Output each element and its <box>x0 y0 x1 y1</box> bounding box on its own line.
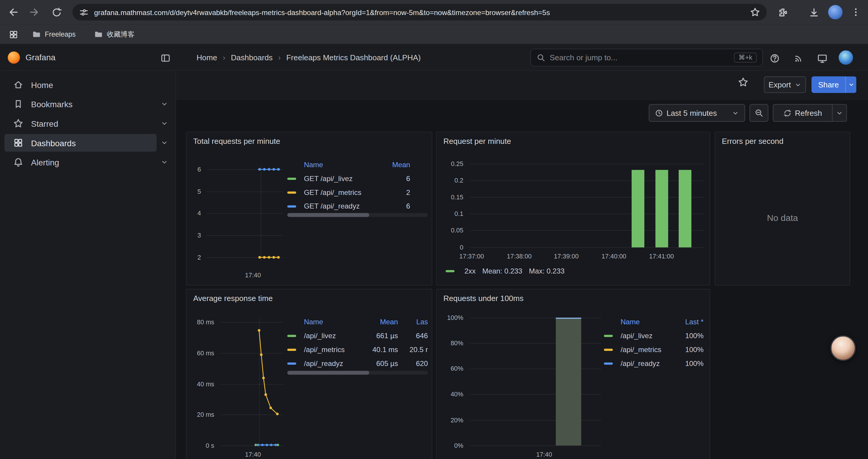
browser-menu-icon[interactable] <box>849 6 862 19</box>
legend-scrollbar[interactable] <box>287 213 428 217</box>
favorite-dashboard-star-icon[interactable] <box>736 75 749 89</box>
series-swatch <box>287 205 296 207</box>
bookmark-label: 收藏博客 <box>107 30 135 39</box>
bar-2xx[interactable] <box>679 170 691 247</box>
back-icon[interactable] <box>6 6 20 19</box>
sidebar-item-alerting[interactable]: Alerting <box>4 153 157 171</box>
url-bar[interactable]: grafana.mathmast.com/d/deytv4rwavabkb/fr… <box>72 4 767 21</box>
legend-scrollbar[interactable] <box>287 371 428 374</box>
browser-profile-avatar[interactable] <box>828 5 843 20</box>
panel-avg-response-time: Average response time 80 ms 60 ms 40 ms … <box>186 289 433 459</box>
share-button[interactable]: Share <box>812 76 845 93</box>
series-name[interactable]: GET /api/_livez <box>304 174 377 183</box>
legend-row[interactable]: GET /api/_livez 6 <box>287 172 410 186</box>
series-name[interactable]: /api/_livez <box>304 331 362 340</box>
legend-col-mean[interactable]: Mean <box>366 318 398 326</box>
chevron-down-icon[interactable] <box>157 158 172 166</box>
legend-col-last[interactable]: Last * <box>675 318 704 326</box>
reload-icon[interactable] <box>50 6 63 19</box>
chevron-down-icon[interactable] <box>157 120 172 127</box>
search-box[interactable]: ⌘+k <box>530 49 763 66</box>
y-tick: 20 ms <box>192 411 214 418</box>
series-name[interactable]: GET /api/_readyz <box>304 202 377 210</box>
forward-icon[interactable] <box>28 6 41 19</box>
y-tick: 0% <box>443 441 463 449</box>
legend-row[interactable]: GET /api/_readyz 6 <box>287 199 410 213</box>
bar-2xx[interactable] <box>632 170 644 247</box>
sidebar-item-label: Home <box>31 80 53 90</box>
export-button[interactable]: Export <box>764 76 806 93</box>
grafana-logo[interactable] <box>8 52 20 64</box>
series-mean: 40.1 ms <box>366 345 398 354</box>
panel-errors-per-second: Errors per second No data <box>715 132 850 286</box>
timeseries-plot <box>207 163 284 263</box>
sidebar-item-bookmarks[interactable]: Bookmarks <box>4 95 157 113</box>
series-name[interactable]: /api/_metrics <box>620 345 670 354</box>
panel-title[interactable]: Total requests per minute <box>193 137 280 145</box>
legend: 2xx Mean: 0.233 Max: 0.233 <box>445 267 565 275</box>
legend-col-last[interactable]: Las <box>402 318 428 326</box>
series-swatch <box>287 362 296 364</box>
series-name[interactable]: /api/_livez <box>620 331 670 340</box>
chevron-down-icon[interactable] <box>157 100 172 108</box>
panel-title[interactable]: Requests under 100ms <box>443 294 524 303</box>
share-menu-chevron[interactable] <box>845 76 857 93</box>
legend-col-name[interactable]: Name <box>304 160 377 169</box>
sidebar-item-home[interactable]: Home <box>4 76 157 94</box>
apps-grid-icon[interactable] <box>6 28 20 41</box>
folder-icon <box>32 30 41 39</box>
url-text[interactable]: grafana.mathmast.com/d/deytv4rwavabkb/fr… <box>94 8 750 16</box>
bookmark-folder-freeleaps[interactable]: Freeleaps <box>32 28 75 40</box>
legend-col-name[interactable]: Name <box>304 318 362 326</box>
panel-title[interactable]: Request per minute <box>443 137 511 145</box>
series-name[interactable]: /api/_readyz <box>620 359 670 367</box>
scrollbar-thumb[interactable] <box>287 213 369 217</box>
y-tick: 0.15 <box>445 193 464 201</box>
series-name[interactable]: /api/_readyz <box>304 359 362 367</box>
series-name[interactable]: /api/_metrics <box>304 345 362 354</box>
news-rss-icon[interactable] <box>793 52 805 64</box>
legend-row[interactable]: /api/_metrics 100% <box>604 342 704 357</box>
search-input[interactable] <box>550 53 730 62</box>
legend-col-name[interactable]: Name <box>620 318 670 326</box>
series-name[interactable]: GET /api/_metrics <box>304 188 377 196</box>
y-tick: 4 <box>190 209 201 217</box>
chevron-down-icon <box>794 81 801 88</box>
breadcrumb-dashboards[interactable]: Dashboards <box>231 53 272 62</box>
panel-title[interactable]: Errors per second <box>722 137 783 145</box>
legend-row[interactable]: GET /api/_metrics 2 <box>287 186 410 199</box>
legend-row[interactable]: /api/_livez 661 µs 646 <box>287 329 428 342</box>
zoom-out-time-button[interactable] <box>749 104 769 122</box>
site-settings-icon[interactable] <box>79 7 89 17</box>
refresh-interval-chevron[interactable] <box>833 104 847 122</box>
clock-icon <box>655 109 663 117</box>
extensions-icon[interactable] <box>776 6 789 19</box>
breadcrumb-home[interactable]: Home <box>196 53 217 62</box>
bookmark-folder-blogs[interactable]: 收藏博客 <box>94 28 135 40</box>
scrollbar-thumb[interactable] <box>287 371 369 374</box>
mega-menu-toggle-icon[interactable] <box>159 52 172 64</box>
series-name[interactable]: 2xx <box>464 267 476 275</box>
legend-row[interactable]: /api/_readyz 605 µs 620 <box>287 357 428 370</box>
chevron-down-icon[interactable] <box>157 139 172 146</box>
kiosk-monitor-icon[interactable] <box>816 52 828 64</box>
time-range-label: Last 5 minutes <box>666 108 717 117</box>
sidebar-item-starred[interactable]: Starred <box>4 114 157 132</box>
downloads-icon[interactable] <box>807 6 820 19</box>
user-avatar[interactable] <box>839 51 853 65</box>
floating-assistant-avatar[interactable] <box>831 335 856 361</box>
refresh-button[interactable]: Refresh <box>773 104 833 122</box>
panel-title[interactable]: Average response time <box>193 294 273 303</box>
sidebar-item-dashboards[interactable]: Dashboards <box>4 134 157 152</box>
chevron-down-icon <box>732 109 739 117</box>
legend-col-mean[interactable]: Mean <box>381 160 410 169</box>
legend-row[interactable]: /api/_readyz 100% <box>604 357 704 370</box>
time-range-picker[interactable]: Last 5 minutes <box>649 104 745 122</box>
browser-toolbar: grafana.mathmast.com/d/deytv4rwavabkb/fr… <box>0 0 868 24</box>
bar-100pct[interactable] <box>556 318 581 446</box>
legend-row[interactable]: /api/_livez 100% <box>604 329 704 342</box>
help-icon[interactable] <box>769 52 780 64</box>
bar-2xx[interactable] <box>655 170 668 247</box>
legend-row[interactable]: /api/_metrics 40.1 ms 20.5 r <box>287 342 428 357</box>
bookmark-star-icon[interactable] <box>750 7 760 17</box>
